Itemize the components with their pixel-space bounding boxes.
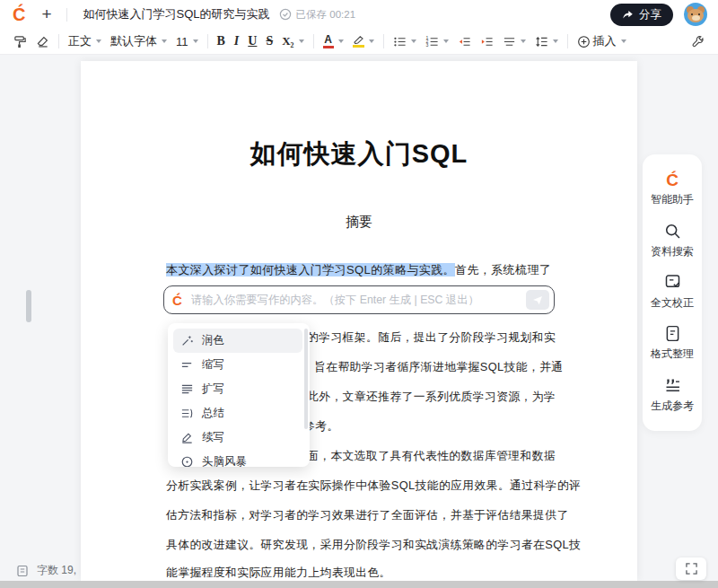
align-button[interactable] (499, 33, 530, 50)
ordered-list-icon: 123 (425, 35, 439, 48)
menu-item-expand[interactable]: 扩写 (173, 377, 302, 401)
outdent-button[interactable] (454, 33, 475, 50)
format-painter-icon (13, 35, 27, 48)
align-icon (503, 35, 516, 48)
menu-item-label: 缩写 (202, 357, 224, 373)
line-spacing-icon (535, 35, 548, 48)
menu-item-label: 头脑风暴 (202, 454, 247, 467)
doc-text-line: 旨在帮助学习者循序渐进地掌握SQL技能，并通 (314, 360, 564, 375)
ai-actions-menu: 润色 缩写 扩写 总结 续写 头脑风暴 (168, 323, 310, 467)
chevron-down-icon (553, 39, 558, 43)
shorten-icon (180, 358, 194, 372)
doc-text-line: 具体的改进建议。研究发现，采用分阶段学习和实战演练策略的学习者在SQL技 (166, 538, 581, 553)
font-color-button[interactable]: A (320, 33, 347, 50)
document-page[interactable]: 如何快速入门SQL 摘要 本文深入探讨了如何快速入门学习SQL的策略与实践。首先… (81, 61, 637, 581)
panel-item-label: 生成参考 (651, 399, 694, 414)
panel-item-label: 资料搜索 (651, 244, 694, 259)
chevron-down-icon (338, 39, 344, 43)
sidebar-drag-handle[interactable] (26, 290, 31, 322)
highlight-color-button[interactable] (349, 33, 378, 49)
send-button[interactable] (526, 290, 549, 310)
doc-text-line: 此外，文章还推荐了一系列优质学习资源，为学 (307, 390, 556, 405)
insert-label: 插入 (593, 33, 617, 49)
avatar-art (698, 13, 700, 15)
menu-item-label: 扩写 (202, 382, 224, 397)
chevron-down-icon (443, 39, 449, 43)
italic-button[interactable]: I (231, 32, 242, 50)
clear-format-button[interactable] (32, 33, 53, 50)
menu-scrollbar[interactable] (304, 329, 308, 429)
font-size-select[interactable]: 11 (172, 33, 202, 50)
pen-icon (180, 431, 194, 444)
avatar-art (691, 13, 693, 15)
chevron-down-icon (96, 39, 101, 43)
top-bar: Ć + 如何快速入门学习SQL的研究与实践 已保存 00:21 分享 (0, 0, 718, 29)
panel-item-format-cleanup[interactable]: 格式整理 (651, 324, 694, 362)
wrench-icon (691, 35, 705, 48)
app-logo[interactable]: Ć (13, 5, 25, 23)
chevron-down-icon (162, 39, 167, 43)
menu-item-summarize[interactable]: 总结 (173, 401, 302, 426)
indent-button[interactable] (477, 33, 497, 50)
eraser-icon (36, 35, 49, 48)
fullscreen-button[interactable] (676, 557, 706, 580)
save-status-label: 已保存 00:21 (296, 8, 355, 22)
bold-button[interactable]: B (214, 32, 229, 50)
subscript-button[interactable]: X₂ (278, 32, 307, 50)
word-count: 字数 19, (16, 563, 76, 578)
divider (383, 34, 384, 48)
check-circle-icon (279, 8, 292, 21)
menu-item-label: 续写 (202, 430, 224, 445)
subscript-label: X₂ (282, 34, 293, 48)
new-document-button[interactable]: + (41, 4, 51, 24)
menu-item-continue-writing[interactable]: 续写 (173, 426, 302, 450)
font-color-label: A (324, 35, 332, 45)
ai-writing-input-box: Ć (163, 285, 555, 314)
strikethrough-button[interactable]: S (262, 32, 276, 50)
menu-item-shorten[interactable]: 缩写 (173, 353, 302, 377)
panel-item-proofread[interactable]: 全文校正 (651, 273, 694, 311)
font-color-swatch (323, 46, 334, 48)
outdent-icon (458, 35, 471, 48)
user-avatar[interactable] (684, 3, 707, 26)
paragraph-style-select[interactable]: 正文 (65, 31, 105, 51)
expand-writing-icon (180, 382, 194, 396)
panel-item-material-search[interactable]: 资料搜索 (651, 222, 694, 259)
doc-text: 首先，系统梳理了 (455, 263, 551, 276)
insert-button[interactable]: 插入 (574, 31, 630, 51)
doc-text-line: 的学习框架。随后，提出了分阶段学习规划和实 (307, 330, 556, 346)
search-icon (663, 222, 682, 241)
font-family-select[interactable]: 默认字体 (107, 31, 171, 51)
reference-quote-icon (663, 376, 682, 395)
highlighter-icon (353, 35, 364, 44)
divider (66, 8, 67, 22)
menu-item-brainstorm[interactable]: 头脑风暴 (173, 450, 302, 467)
doc-text-line: 面，本文选取了具有代表性的数据库管理和数据 (307, 449, 556, 464)
line-spacing-button[interactable] (531, 33, 562, 50)
doc-check-icon (663, 273, 682, 292)
ordered-list-button[interactable]: 123 (422, 33, 452, 50)
bullet-list-button[interactable] (390, 33, 420, 50)
panel-item-generate-references[interactable]: 生成参考 (651, 376, 694, 414)
highlight-color-swatch (353, 45, 364, 48)
underline-button[interactable]: U (244, 32, 260, 50)
share-button[interactable]: 分享 (610, 4, 673, 26)
chevron-down-icon (411, 39, 416, 43)
abstract-heading: 摘要 (81, 214, 637, 231)
send-icon (532, 294, 543, 305)
tools-button[interactable] (687, 33, 708, 50)
chevron-down-icon (193, 39, 198, 43)
document-title: 如何快速入门学习SQL的研究与实践 (83, 6, 270, 22)
plus-circle-icon (577, 35, 591, 48)
divider (58, 34, 59, 48)
menu-item-polish[interactable]: 润色 (173, 329, 302, 353)
ai-prompt-input[interactable] (189, 293, 519, 307)
brainstorm-icon (180, 455, 194, 467)
font-size-value: 11 (176, 35, 188, 48)
format-painter-button[interactable] (10, 33, 31, 50)
menu-item-label: 润色 (202, 333, 224, 348)
doc-text-line: 本文深入探讨了如何快速入门学习SQL的策略与实践。首先，系统梳理了 (166, 262, 551, 278)
bottom-scrollbar-track (0, 581, 718, 588)
panel-item-smart-assistant[interactable]: Ć 智能助手 (651, 171, 694, 207)
divider (207, 34, 208, 48)
